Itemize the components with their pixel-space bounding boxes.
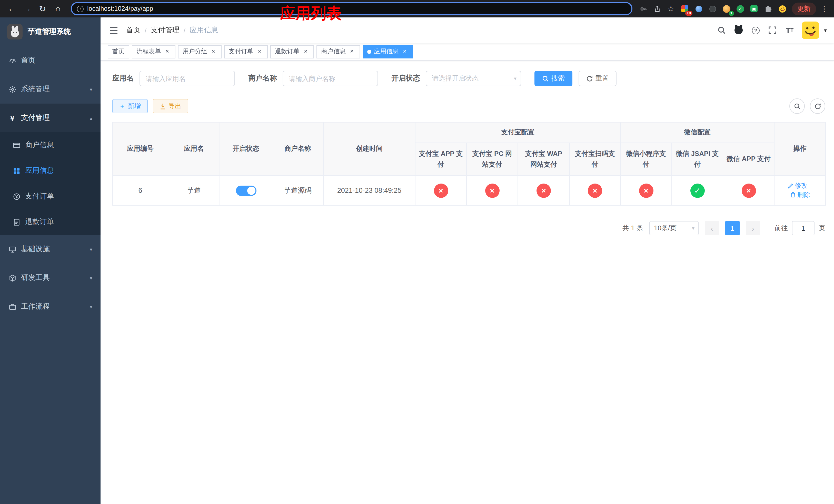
extension-badge: 1: [729, 10, 734, 16]
tab[interactable]: 首页: [108, 45, 129, 58]
home-icon[interactable]: ⌂: [51, 2, 65, 15]
tab-close-icon[interactable]: ×: [256, 48, 263, 55]
bookmark-star-icon[interactable]: ☆: [666, 4, 676, 13]
chrome-update-button[interactable]: 更新: [792, 2, 816, 15]
refresh-table-icon[interactable]: [810, 98, 825, 114]
tab[interactable]: 支付订单×: [224, 45, 268, 58]
tab[interactable]: 流程表单×: [132, 45, 175, 58]
sidebar-subitem[interactable]: 退款订单: [0, 209, 101, 235]
tab-close-icon[interactable]: ×: [210, 48, 217, 55]
search-icon[interactable]: [717, 26, 727, 35]
chevron-down-icon: ▾: [90, 275, 92, 281]
sidebar-item[interactable]: 首页: [0, 46, 101, 75]
extension-drop-icon[interactable]: [694, 4, 703, 13]
col-merchant: 商户名称: [272, 122, 323, 176]
col-wx-jsapi: 微信 JSAPI 支付: [672, 143, 723, 176]
sidebar-submenu: 商户信息应用信息支付订单退款订单: [0, 132, 101, 235]
help-icon[interactable]: ?: [751, 26, 761, 35]
sidebar-subitem[interactable]: 应用信息: [0, 158, 101, 184]
breadcrumb-home[interactable]: 首页: [126, 26, 140, 35]
github-icon[interactable]: [734, 26, 744, 35]
status-select[interactable]: 请选择开启状态 ▾: [426, 71, 521, 86]
sidebar-item[interactable]: 基础设施▾: [0, 235, 101, 264]
workflow-icon: [8, 302, 16, 311]
extensions-puzzle-icon[interactable]: [763, 4, 772, 13]
breadcrumb-pay[interactable]: 支付管理: [151, 26, 179, 35]
extension-check-icon[interactable]: ✓: [736, 4, 745, 13]
extension-dark-icon[interactable]: [708, 4, 717, 13]
col-wx-mini: 微信小程序支付: [620, 143, 672, 176]
app-name-input[interactable]: [139, 71, 235, 86]
forward-icon[interactable]: →: [21, 2, 34, 15]
pagination: 共 1 条 10条/页 ▾ ‹ 1 › 前往 页: [112, 221, 825, 235]
profile-avatar[interactable]: [777, 4, 787, 14]
share-icon[interactable]: [653, 4, 662, 13]
password-key-icon[interactable]: [639, 4, 648, 13]
hamburger-icon[interactable]: [108, 25, 119, 36]
avatar-caret-icon[interactable]: ▾: [824, 27, 827, 33]
user-avatar[interactable]: [802, 22, 819, 39]
breadcrumb-current: 应用信息: [190, 26, 219, 35]
goto-page-input[interactable]: [792, 221, 814, 235]
merchant-name-input[interactable]: [283, 71, 378, 86]
col-actions: 操作: [774, 122, 826, 176]
sidebar-item[interactable]: 系统管理▾: [0, 75, 101, 104]
fullscreen-icon[interactable]: [768, 26, 777, 35]
table-row: 6 芋道 芋道源码 2021-10-23 08:49:25 × × × × × …: [113, 176, 826, 205]
extension-grid-icon[interactable]: 10: [680, 4, 689, 13]
pay-order-icon: [12, 192, 21, 201]
sidebar-subitem[interactable]: 商户信息: [0, 132, 101, 158]
tab[interactable]: 商户信息×: [316, 45, 360, 58]
browser-menu-icon[interactable]: ⋮: [821, 5, 828, 13]
sidebar-subitem[interactable]: 支付订单: [0, 184, 101, 209]
tab[interactable]: 退款订单×: [270, 45, 314, 58]
site-info-icon[interactable]: i: [77, 5, 84, 12]
cell-status: [220, 176, 272, 205]
delete-link[interactable]: 删除: [790, 190, 810, 199]
success-check-icon: ✓: [690, 183, 704, 198]
sidebar-item[interactable]: 研发工具▾: [0, 264, 101, 292]
tab[interactable]: 用户分组×: [178, 45, 222, 58]
font-size-icon[interactable]: TT: [785, 26, 794, 35]
app-title: 芋道管理系统: [28, 27, 71, 37]
cell-app-id: 6: [113, 176, 168, 205]
tab[interactable]: 应用信息×: [363, 45, 413, 58]
chevron-up-icon: ▴: [90, 115, 92, 121]
search-button[interactable]: 搜索: [534, 71, 572, 86]
app-name-label: 应用名: [112, 74, 134, 83]
prev-page-button[interactable]: ‹: [705, 221, 719, 235]
next-page-button[interactable]: ›: [746, 221, 760, 235]
extension-badge: 10: [685, 10, 693, 16]
chevron-down-icon: ▾: [90, 86, 92, 92]
logo-image: [7, 24, 23, 40]
back-icon[interactable]: ←: [5, 2, 19, 15]
app-window: 芋道管理系统 首页系统管理▾¥支付管理▴商户信息应用信息支付订单退款订单基础设施…: [0, 18, 834, 504]
refresh-icon[interactable]: ↻: [36, 2, 49, 15]
navbar: 首页 / 支付管理 / 应用信息 ? TT: [101, 18, 834, 43]
extension-chat-icon[interactable]: ▣: [749, 4, 759, 13]
toggle-search-icon[interactable]: [789, 98, 805, 114]
tab-close-icon[interactable]: ×: [302, 48, 309, 55]
tab-close-icon[interactable]: ×: [401, 48, 408, 55]
cell-created: 2021-10-23 08:49:25: [323, 176, 415, 205]
page-size-select[interactable]: 10条/页 ▾: [649, 221, 699, 235]
enable-toggle[interactable]: [236, 185, 256, 196]
tab-close-icon[interactable]: ×: [163, 48, 171, 55]
status-cell: ×: [466, 176, 518, 205]
export-button[interactable]: 导出: [153, 99, 188, 113]
add-button[interactable]: ＋ 新增: [112, 99, 148, 113]
tab-close-icon[interactable]: ×: [348, 48, 355, 55]
page-content: 应用名 商户名称 开启状态 请选择开启状态 ▾: [101, 61, 834, 504]
dashboard-icon: [8, 56, 16, 65]
extension-avatar-icon[interactable]: 1: [722, 4, 731, 13]
page-number-button[interactable]: 1: [725, 221, 740, 235]
sidebar-item[interactable]: ¥支付管理▴: [0, 104, 101, 132]
address-bar[interactable]: i localhost:1024/pay/app: [71, 2, 632, 15]
reset-button[interactable]: 重置: [578, 71, 616, 86]
browser-window: ← → ↻ ⌂ i localhost:1024/pay/app ☆ 10 1: [0, 0, 834, 504]
sidebar-item[interactable]: 工作流程▾: [0, 292, 101, 321]
edit-link[interactable]: 修改: [787, 182, 808, 190]
col-app-id: 应用编号: [113, 122, 168, 176]
app-logo: 芋道管理系统: [0, 18, 101, 46]
fail-cross-icon: ×: [639, 183, 653, 198]
